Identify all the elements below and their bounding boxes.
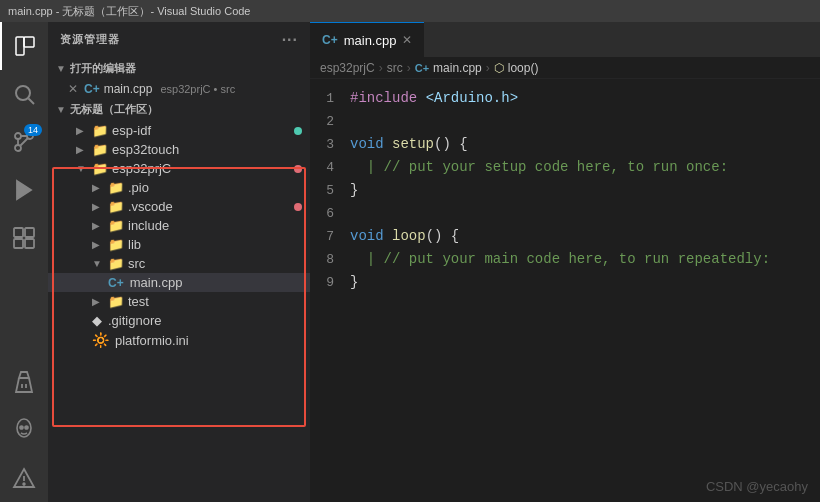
tree-item-src[interactable]: ▼ 📁 src [48,254,310,273]
code-line-9: 9 } [310,271,820,294]
breadcrumb-src[interactable]: src [387,61,403,75]
folder-icon: 📁 [92,161,108,176]
main-layout: 14 资源管理器 ··· ▼ 打开的编辑器 [0,22,820,502]
status-dot-red [294,165,302,173]
breadcrumb-esp32prjc[interactable]: esp32prjC [320,61,375,75]
search-icon[interactable] [0,70,48,118]
line-number: 2 [310,111,350,133]
breadcrumb-sep3: › [486,61,490,75]
source-control-badge: 14 [24,124,42,136]
folder-icon: 📁 [108,256,124,271]
tree-arrow: ▶ [76,125,88,136]
cpp-file-icon: C+ [84,82,100,96]
code-content: } [350,271,820,293]
sidebar-dots[interactable]: ··· [282,31,298,49]
tab-bar: C+ main.cpp ✕ [310,22,820,57]
tree-item-esp32touch[interactable]: ▶ 📁 esp32touch [48,140,310,159]
code-content: | // put your main code here, to run rep… [350,248,820,270]
close-icon[interactable]: ✕ [68,82,78,96]
open-editors-section[interactable]: ▼ 打开的编辑器 [48,57,310,80]
code-content: void loop() { [350,225,820,247]
watermark: CSDN @yecaohy [706,479,808,494]
folder-icon: 📁 [108,294,124,309]
alien-icon[interactable] [0,406,48,454]
sidebar: 资源管理器 ··· ▼ 打开的编辑器 ✕ C+ main.cpp esp32pr… [48,22,310,502]
folder-icon: 📁 [92,142,108,157]
tree-item-pio[interactable]: ▶ 📁 .pio [48,178,310,197]
tree-arrow: ▶ [92,220,104,231]
sidebar-header-actions[interactable]: ··· [282,31,298,49]
source-control-icon[interactable]: 14 [0,118,48,166]
tab-main-cpp[interactable]: C+ main.cpp ✕ [310,22,424,57]
tree-item-platformio[interactable]: 🔆 platformio.ini [48,330,310,350]
folder-icon: 📁 [108,180,124,195]
tree-arrow: ▶ [92,296,104,307]
svg-rect-8 [14,228,23,237]
code-content [350,202,820,224]
open-editor-main-cpp[interactable]: ✕ C+ main.cpp esp32prjC • src [48,80,310,98]
breadcrumb-maincpp[interactable]: main.cpp [433,61,482,75]
tree-item-esp-idf[interactable]: ▶ 📁 esp-idf [48,121,310,140]
svg-point-2 [16,86,30,100]
pio-icon: 🔆 [92,332,109,348]
status-dot-red [294,203,302,211]
svg-point-14 [25,426,28,429]
tree-label: main.cpp [130,275,183,290]
tree-arrow: ▶ [92,239,104,250]
folder-icon: 📁 [108,199,124,214]
tree-label: .pio [128,180,149,195]
cpp-file-icon: C+ [108,276,124,290]
open-editor-filename: main.cpp [104,82,153,96]
titlebar-text: main.cpp - 无标题（工作区）- Visual Studio Code [8,4,251,19]
tree-item-main-cpp[interactable]: C+ main.cpp [48,273,310,292]
workspace-section[interactable]: ▼ 无标题（工作区） [48,98,310,121]
svg-rect-0 [16,37,24,55]
line-number: 1 [310,88,350,110]
status-dot-green [294,127,302,135]
tree-item-include[interactable]: ▶ 📁 include [48,216,310,235]
explorer-icon[interactable] [0,22,48,70]
code-line-6: 6 [310,202,820,225]
tree-item-lib[interactable]: ▶ 📁 lib [48,235,310,254]
folder-icon: 📁 [92,123,108,138]
tree-arrow: ▶ [92,182,104,193]
breadcrumb-loop[interactable]: loop() [508,61,539,75]
breadcrumb: esp32prjC › src › C+ main.cpp › ⬡ loop() [310,57,820,79]
tab-close-button[interactable]: ✕ [402,33,412,47]
tree-label: include [128,218,169,233]
tree-item-esp32prjc[interactable]: ▼ 📁 esp32prjC [48,159,310,178]
svg-rect-1 [24,37,34,47]
code-editor[interactable]: 1 #include <Arduino.h> 2 3 void setup() … [310,79,820,502]
line-number: 7 [310,226,350,248]
git-icon: ◆ [92,313,102,328]
open-editor-context: esp32prjC • src [160,83,235,95]
titlebar: main.cpp - 无标题（工作区）- Visual Studio Code [0,0,820,22]
code-content [350,110,820,132]
tree-label: test [128,294,149,309]
sidebar-title: 资源管理器 [60,32,120,47]
flask-icon[interactable] [0,358,48,406]
tab-cpp-icon: C+ [322,33,338,47]
sidebar-header: 资源管理器 ··· [48,22,310,57]
line-number: 4 [310,157,350,179]
tree-arrow: ▼ [92,258,104,269]
svg-rect-10 [14,239,23,248]
tree-item-vscode[interactable]: ▶ 📁 .vscode [48,197,310,216]
code-content: #include <Arduino.h> [350,87,820,109]
open-editors-arrow: ▼ [56,63,66,74]
line-number: 3 [310,134,350,156]
extensions-icon[interactable] [0,214,48,262]
tree-arrow: ▼ [76,163,88,174]
tree-label: .gitignore [108,313,161,328]
code-line-3: 3 void setup() { [310,133,820,156]
workspace-label: 无标题（工作区） [70,102,158,117]
warning-icon[interactable] [0,454,48,502]
svg-point-13 [20,426,23,429]
debug-icon[interactable] [0,166,48,214]
tree-item-gitignore[interactable]: ◆ .gitignore [48,311,310,330]
svg-point-4 [15,145,21,151]
tab-label: main.cpp [344,33,397,48]
tree-item-test[interactable]: ▶ 📁 test [48,292,310,311]
tree-label: .vscode [128,199,173,214]
breadcrumb-fn-icon: ⬡ [494,61,504,75]
